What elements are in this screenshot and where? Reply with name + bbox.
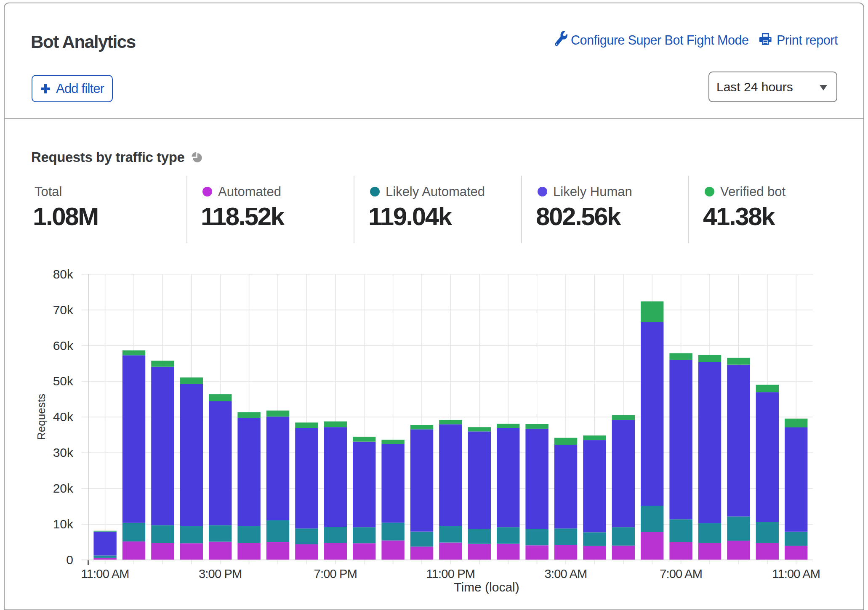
svg-text:80k: 80k bbox=[53, 267, 74, 281]
svg-text:11:00 AM: 11:00 AM bbox=[81, 567, 129, 581]
svg-text:Requests: Requests bbox=[35, 394, 48, 440]
svg-text:60k: 60k bbox=[53, 339, 74, 353]
svg-text:Time (local): Time (local) bbox=[454, 580, 519, 594]
svg-text:3:00 AM: 3:00 AM bbox=[545, 567, 587, 581]
svg-text:0: 0 bbox=[66, 553, 73, 567]
svg-text:40k: 40k bbox=[53, 410, 74, 424]
svg-text:20k: 20k bbox=[53, 481, 74, 495]
svg-text:11:00 PM: 11:00 PM bbox=[426, 567, 475, 581]
svg-text:3:00 PM: 3:00 PM bbox=[199, 567, 242, 581]
svg-text:10k: 10k bbox=[53, 517, 74, 531]
svg-text:50k: 50k bbox=[53, 374, 74, 388]
svg-text:70k: 70k bbox=[53, 303, 74, 317]
svg-text:7:00 AM: 7:00 AM bbox=[660, 567, 702, 581]
svg-text:7:00 PM: 7:00 PM bbox=[314, 567, 357, 581]
svg-text:11:00 AM: 11:00 AM bbox=[772, 567, 820, 581]
svg-text:30k: 30k bbox=[53, 446, 74, 459]
